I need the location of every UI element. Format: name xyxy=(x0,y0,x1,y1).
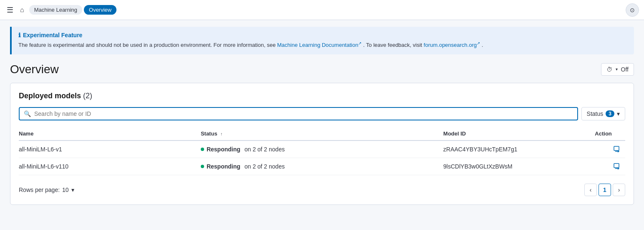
alert-text: The feature is experimental and should n… xyxy=(18,40,627,49)
search-icon: 🔍 xyxy=(24,110,31,117)
alert-text-before: The feature is experimental and should n… xyxy=(18,42,277,48)
breadcrumb: Machine Learning Overview xyxy=(29,5,117,15)
sort-icon: ↑ xyxy=(220,132,222,136)
deployed-models-panel: Deployed models (2) 🔍 Status 3 ▾ Name xyxy=(10,83,634,205)
refresh-label: Off xyxy=(621,66,629,73)
svg-rect-0 xyxy=(614,146,619,151)
page-header: Overview ⏱ ▾ Off xyxy=(10,63,634,76)
deployed-models-table: Name Status ↑ Model ID Action all-MiniL xyxy=(19,127,625,175)
status-label-1: Responding xyxy=(207,163,240,170)
alert-link-docs[interactable]: Machine Learning Documentation↗ xyxy=(277,42,363,48)
cell-action-0 xyxy=(595,141,625,158)
panel-title: Deployed models (2) xyxy=(19,92,625,100)
pagination: ‹ 1 › xyxy=(584,184,625,196)
cell-name-1: all-MiniLM-L6-v110 xyxy=(19,158,201,175)
action-button-0[interactable] xyxy=(595,146,620,153)
col-header-status[interactable]: Status ↑ xyxy=(201,127,443,141)
alert-title-text: Experimental Feature xyxy=(23,32,82,38)
alert-banner: ℹ Experimental Feature The feature is ex… xyxy=(10,27,634,54)
table-footer: Rows per page: 10 ▾ ‹ 1 › xyxy=(19,180,625,196)
table-row: all-MiniLM-L6-v110 Responding on 2 of 2 … xyxy=(19,158,625,175)
rows-per-page-control[interactable]: Rows per page: 10 ▾ xyxy=(19,187,74,193)
main-content: ℹ Experimental Feature The feature is ex… xyxy=(0,20,644,212)
refresh-chevron-down-icon: ▾ xyxy=(616,67,618,72)
status-filter-button[interactable]: Status 3 ▾ xyxy=(581,107,625,120)
external-icon-docs: ↗ xyxy=(358,41,361,46)
table-row: all-MiniLM-L6-v1 Responding on 2 of 2 no… xyxy=(19,141,625,158)
model-count: (2) xyxy=(83,92,92,100)
search-box: 🔍 xyxy=(19,107,578,120)
rows-per-page-label: Rows per page: xyxy=(19,187,60,193)
table-body: all-MiniLM-L6-v1 Responding on 2 of 2 no… xyxy=(19,141,625,175)
topnav-right: ⊙ xyxy=(626,3,639,17)
cell-action-1 xyxy=(595,158,625,175)
clock-icon: ⏱ xyxy=(606,66,612,73)
cell-status-1: Responding on 2 of 2 nodes xyxy=(201,158,443,175)
status-dot-0 xyxy=(201,148,204,151)
cell-model-id-0: zRAAC4YBY3UHcTpEM7g1 xyxy=(443,141,595,158)
cell-model-id-1: 9lsCDlYB3w0GLtXzBWsM xyxy=(443,158,595,175)
breadcrumb-machine-learning[interactable]: Machine Learning xyxy=(29,5,82,15)
status-detail-0: on 2 of 2 nodes xyxy=(243,146,285,153)
status-detail-1: on 2 of 2 nodes xyxy=(243,163,285,170)
status-label-0: Responding xyxy=(207,146,240,153)
search-filter-row: 🔍 Status 3 ▾ xyxy=(19,107,625,120)
table-header-row: Name Status ↑ Model ID Action xyxy=(19,127,625,141)
col-header-model-id: Model ID xyxy=(443,127,595,141)
alert-link-forum[interactable]: forum.opensearch.org↗ xyxy=(424,42,482,48)
cell-status-0: Responding on 2 of 2 nodes xyxy=(201,141,443,158)
menu-button[interactable]: ☰ xyxy=(5,4,15,16)
external-icon-forum: ↗ xyxy=(477,41,480,46)
svg-rect-1 xyxy=(614,164,619,168)
prev-page-button[interactable]: ‹ xyxy=(584,184,597,196)
next-page-button[interactable]: › xyxy=(613,184,625,196)
search-input[interactable] xyxy=(34,110,573,117)
rows-per-page-value: 10 xyxy=(62,187,69,193)
status-filter-count: 3 xyxy=(606,110,614,117)
alert-title: ℹ Experimental Feature xyxy=(18,32,627,38)
status-filter-label: Status xyxy=(587,110,604,117)
table-header: Name Status ↑ Model ID Action xyxy=(19,127,625,141)
hamburger-icon: ☰ xyxy=(7,6,13,14)
cell-name-0: all-MiniLM-L6-v1 xyxy=(19,141,201,158)
breadcrumb-overview[interactable]: Overview xyxy=(84,5,116,15)
rows-per-page-chevron-icon: ▾ xyxy=(71,187,74,193)
home-button[interactable]: ⌂ xyxy=(18,5,26,15)
status-filter-chevron-icon: ▾ xyxy=(617,110,620,117)
topnav: ☰ ⌂ Machine Learning Overview ⊙ xyxy=(0,0,644,20)
col-header-action: Action xyxy=(595,127,625,141)
alert-text-after: . xyxy=(482,42,483,48)
alert-text-middle: . To leave feedback, visit xyxy=(363,42,424,48)
home-icon: ⌂ xyxy=(20,6,24,13)
user-avatar[interactable]: ⊙ xyxy=(626,3,639,17)
action-button-1[interactable] xyxy=(595,163,620,170)
refresh-control[interactable]: ⏱ ▾ Off xyxy=(601,63,634,76)
info-icon: ℹ xyxy=(18,32,20,38)
col-header-name: Name xyxy=(19,127,201,141)
status-dot-1 xyxy=(201,165,204,168)
page-title: Overview xyxy=(10,63,59,76)
page-1-button[interactable]: 1 xyxy=(599,184,611,196)
